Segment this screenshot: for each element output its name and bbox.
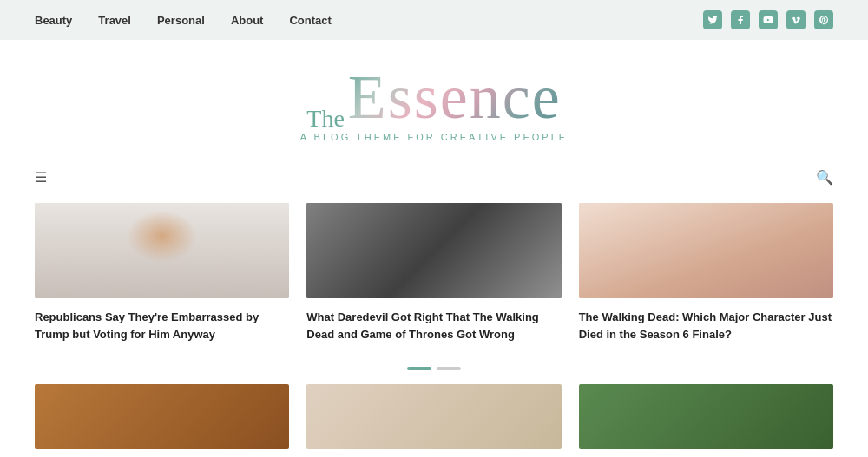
- bottom-articles: [0, 384, 868, 449]
- article-card-2: What Daredevil Got Right That The Walkin…: [306, 203, 561, 343]
- site-tagline: A BLOG THEME FOR CREATIVE PEOPLE: [300, 132, 568, 142]
- main-nav: Beauty Travel Personal About Contact: [0, 0, 868, 40]
- article-card-1: Republicans Say They're Embarrassed by T…: [35, 203, 289, 343]
- vimeo-icon[interactable]: [786, 10, 806, 29]
- twitter-icon[interactable]: [703, 10, 722, 29]
- logo-essence: Essence: [348, 66, 562, 128]
- social-icons: [703, 10, 833, 29]
- bottom-article-image-2: [306, 384, 561, 449]
- pagination-dot-2[interactable]: [437, 367, 461, 370]
- article-title-2: What Daredevil Got Right That The Walkin…: [306, 309, 561, 343]
- search-icon[interactable]: 🔍: [816, 169, 833, 186]
- articles-grid: Republicans Say They're Embarrassed by T…: [0, 194, 868, 360]
- nav-travel[interactable]: Travel: [98, 14, 131, 27]
- nav-personal[interactable]: Personal: [157, 14, 205, 27]
- bottom-article-image-3: [579, 384, 833, 449]
- facebook-icon[interactable]: [731, 10, 750, 29]
- article-card-3: The Walking Dead: Which Major Character …: [579, 203, 833, 343]
- nav-about[interactable]: About: [231, 14, 264, 27]
- site-header: The Essence A BLOG THEME FOR CREATIVE PE…: [0, 40, 868, 160]
- menu-icon[interactable]: ☰: [35, 169, 47, 186]
- article-title-3: The Walking Dead: Which Major Character …: [579, 309, 833, 343]
- toolbar: ☰ 🔍: [0, 160, 868, 194]
- nav-links: Beauty Travel Personal About Contact: [35, 14, 332, 27]
- pagination-dot-1[interactable]: [407, 367, 431, 370]
- nav-contact[interactable]: Contact: [289, 14, 331, 27]
- bottom-article-image-1: [35, 384, 289, 449]
- pagination: [0, 360, 868, 384]
- article-image-3: [579, 203, 833, 298]
- logo: The Essence: [306, 66, 561, 128]
- logo-the: The: [306, 105, 345, 133]
- article-title-1: Republicans Say They're Embarrassed by T…: [35, 309, 289, 343]
- article-image-1: [35, 203, 289, 298]
- youtube-icon[interactable]: [759, 10, 778, 29]
- pinterest-icon[interactable]: [814, 10, 833, 29]
- nav-beauty[interactable]: Beauty: [35, 14, 72, 27]
- article-image-2: [306, 203, 561, 298]
